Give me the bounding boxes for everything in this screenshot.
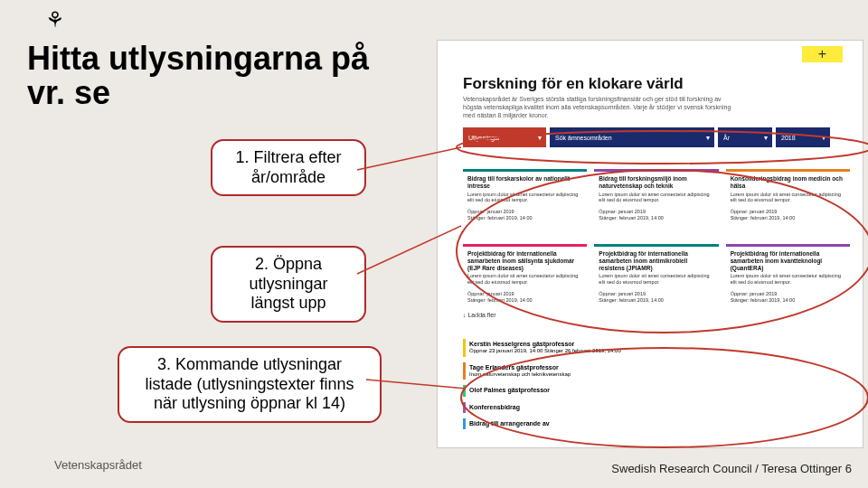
call-card[interactable]: Bidrag till forskningsmiljö inom naturve… bbox=[594, 169, 718, 237]
call-card[interactable]: Projektbidrag för internationella samarb… bbox=[726, 244, 850, 312]
upcoming-item[interactable]: Bidrag till arrangerande av bbox=[463, 418, 850, 429]
callout-3: 3. Kommande utlysningar listade (utlysni… bbox=[118, 346, 382, 423]
call-card[interactable]: Bidrag till forskarskolor av nationellt … bbox=[463, 169, 587, 237]
footer-meta: Swedish Research Council / Teresa Otting… bbox=[611, 462, 852, 475]
load-more-link[interactable]: Ladda fler bbox=[463, 312, 496, 318]
hero-title: Forskning för en klokare värld bbox=[463, 75, 684, 93]
upcoming-item[interactable]: Konferensbidrag bbox=[463, 402, 850, 413]
upcoming-item[interactable]: Tage Erlanders gästprofessorInom naturve… bbox=[463, 362, 850, 380]
hero-subtitle: Vetenskapsrådet är Sveriges största stat… bbox=[463, 95, 734, 119]
upcoming-calls-list: Kerstin Hesselgrens gästprofessorÖppnar … bbox=[463, 339, 850, 435]
website-screenshot: Forskning för en klokare värld Vetenskap… bbox=[437, 40, 863, 448]
filter-bar: Utlysningar Sök ämnesområden År 2018 bbox=[463, 127, 850, 147]
call-card[interactable]: Konsolideringsbidrag inom medicin och hä… bbox=[726, 169, 850, 237]
upcoming-item[interactable]: Olof Palmes gästprofessor bbox=[463, 385, 850, 396]
footer-logo: Vetenskapsrådet bbox=[54, 458, 142, 472]
logo-top-icon: ⚘ bbox=[45, 7, 65, 33]
call-card[interactable]: Projektbidrag för internationella samarb… bbox=[463, 244, 587, 312]
upcoming-item[interactable]: Kerstin Hesselgrens gästprofessorÖppnar … bbox=[463, 339, 850, 357]
filter-year-label[interactable]: År bbox=[718, 127, 772, 147]
slide-title: Hitta utlysningarna på vr. se bbox=[27, 42, 407, 110]
call-card[interactable]: Projektbidrag för internationella samarb… bbox=[594, 244, 718, 312]
filter-year-value[interactable]: 2018 bbox=[776, 127, 830, 147]
callout-1: 1. Filtrera efter år/område bbox=[211, 139, 366, 196]
filter-utlysningar[interactable]: Utlysningar bbox=[463, 127, 546, 147]
callout-2: 2. Öppna utlysningar längst upp bbox=[211, 246, 366, 323]
open-calls-grid: Bidrag till forskarskolor av nationellt … bbox=[463, 169, 850, 319]
filter-area[interactable]: Sök ämnesområden bbox=[550, 127, 714, 147]
